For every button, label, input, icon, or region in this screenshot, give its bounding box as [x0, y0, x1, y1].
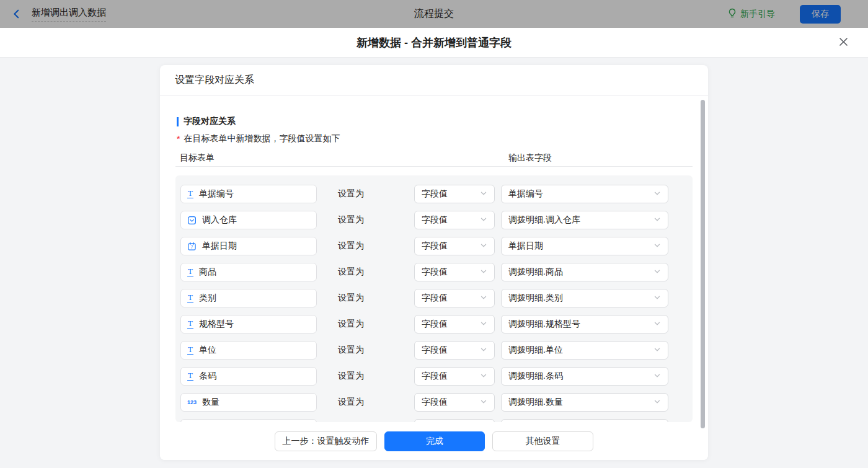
- chevron-down-icon: [653, 267, 661, 278]
- field-mapping-row: T 规格型号 设置为 字段值 调拨明细.规格型号: [180, 315, 693, 333]
- text-field-icon: T: [187, 294, 193, 302]
- section-marker: [177, 117, 179, 126]
- set-as-label: 设置为: [338, 267, 414, 278]
- chevron-down-icon: [653, 319, 661, 330]
- target-field-chip: 调入仓库: [180, 211, 317, 229]
- add-data-modal: 新增数据 - 合并新增到普通字段 设置字段对应关系 字段对应关系 * 在目标表单…: [0, 28, 868, 468]
- prev-step-button[interactable]: 上一步：设置触发动作: [275, 431, 377, 451]
- set-as-label: 设置为: [338, 397, 414, 408]
- chevron-down-icon: [653, 188, 661, 200]
- svg-text:7: 7: [191, 245, 193, 249]
- value-mode-selected: 字段值: [422, 319, 448, 330]
- value-mode-select[interactable]: 字段值: [414, 185, 495, 203]
- field-mapping-row: T 单位 设置为 字段值 调拨明细.单位: [180, 341, 693, 360]
- hint-text: 在目标表单中新增数据，字段值设置如下: [184, 133, 340, 144]
- value-mode-select[interactable]: 字段值: [414, 289, 495, 307]
- value-mode-select[interactable]: 字段值: [414, 341, 495, 360]
- rows-container: T 单据编号 设置为 字段值 单据编号: [175, 175, 693, 422]
- column-headers: 目标表单 输出表字段: [175, 152, 693, 162]
- section-head: 字段对应关系: [177, 117, 693, 126]
- field-mapping-row: 7 单据日期 设置为 字段值 单据日期: [180, 237, 693, 255]
- target-field-chip: 7 单据日期: [180, 237, 317, 255]
- output-field-selected: 调拨明细.调入仓库: [508, 214, 580, 226]
- chevron-down-icon: [480, 397, 487, 408]
- other-settings-button[interactable]: 其他设置: [492, 431, 593, 451]
- chevron-down-icon: [653, 214, 661, 226]
- output-field-selected: 调拨明细.单位: [508, 345, 563, 356]
- set-as-label: 设置为: [338, 345, 414, 356]
- target-field-chip: T 单据编号: [180, 185, 317, 203]
- output-field-selected: 调拨明细.数量: [508, 397, 563, 408]
- target-field-chip: T 单位: [180, 341, 317, 360]
- done-button[interactable]: 完成: [384, 431, 485, 451]
- target-field-chip: [180, 419, 317, 422]
- target-field-label: 调入仓库: [202, 214, 237, 226]
- value-mode-select[interactable]: 字段值: [414, 393, 495, 412]
- value-mode-select[interactable]: 字段值: [414, 315, 495, 333]
- beginner-guide-button[interactable]: 新手引导: [727, 8, 775, 20]
- chevron-down-icon: [480, 319, 487, 330]
- card-footer: 上一步：设置触发动作 完成 其他设置: [160, 422, 708, 460]
- output-field-select[interactable]: 调拨明细.商品: [501, 263, 668, 281]
- output-field-select[interactable]: 调拨明细.调入仓库: [501, 211, 668, 229]
- value-mode-select[interactable]: 字段值: [414, 367, 495, 386]
- value-mode-selected: 字段值: [422, 345, 448, 356]
- field-mapping-row: 调入仓库 设置为 字段值 调拨明细.调入仓库: [180, 211, 693, 229]
- target-field-chip: T 条码: [180, 367, 317, 386]
- set-as-label: 设置为: [338, 371, 414, 382]
- column-header-target-form: 目标表单: [180, 152, 215, 164]
- column-header-output-field: 输出表字段: [508, 152, 552, 164]
- date-field-icon: 7: [187, 242, 197, 251]
- required-asterisk: *: [177, 134, 180, 144]
- field-mapping-row: T 商品 设置为 字段值 调拨明细.商品: [180, 263, 693, 281]
- target-field-chip: 123 数量: [180, 393, 317, 412]
- target-field-label: 类别: [199, 293, 216, 304]
- output-field-selected: 调拨明细.商品: [508, 267, 563, 278]
- section-title: 字段对应关系: [184, 116, 236, 127]
- card-header-title: 设置字段对应关系: [160, 65, 708, 96]
- chevron-down-icon: [480, 293, 487, 304]
- beginner-guide-label: 新手引导: [740, 9, 775, 20]
- text-field-icon: T: [187, 372, 193, 381]
- output-field-select[interactable]: 调拨明细.条码: [501, 367, 668, 386]
- card-body: 字段对应关系 * 在目标表单中新增数据，字段值设置如下 目标表单 输出表字段 T…: [160, 117, 708, 422]
- output-field-select[interactable]: 单据编号: [501, 185, 668, 203]
- card-scrollbar-thumb[interactable]: [701, 100, 705, 428]
- output-field-select[interactable]: 调拨明细.规格型号: [501, 315, 668, 333]
- output-field-select[interactable]: 调拨明细.数量: [501, 393, 668, 412]
- set-as-label: 设置为: [338, 214, 414, 226]
- chevron-down-icon: [480, 241, 487, 252]
- set-as-label: 设置为: [338, 319, 414, 330]
- output-field-selected: 调拨明细.类别: [508, 293, 563, 304]
- chevron-down-icon: [480, 267, 487, 278]
- field-mapping-card: 设置字段对应关系 字段对应关系 * 在目标表单中新增数据，字段值设置如下 目标表…: [160, 65, 708, 460]
- topbar: 新增调出调入数据 流程提交 新手引导 保存: [0, 0, 868, 28]
- save-button[interactable]: 保存: [800, 5, 841, 24]
- value-mode-select[interactable]: [414, 419, 495, 422]
- chevron-down-icon: [653, 345, 661, 356]
- target-field-chip: T 类别: [180, 289, 317, 307]
- value-mode-selected: 字段值: [422, 293, 448, 304]
- value-mode-select[interactable]: 字段值: [414, 211, 495, 229]
- set-as-label: 设置为: [338, 188, 414, 200]
- value-mode-selected: 字段值: [422, 267, 448, 278]
- output-field-select[interactable]: 调拨明细.类别: [501, 289, 668, 307]
- field-mapping-row: T 类别 设置为 字段值 调拨明细.类别: [180, 289, 693, 307]
- text-field-icon: T: [187, 320, 193, 329]
- output-field-select[interactable]: 调拨明细.单位: [501, 341, 668, 360]
- output-field-select[interactable]: 单据日期: [501, 237, 668, 255]
- value-mode-select[interactable]: 字段值: [414, 237, 495, 255]
- target-field-label: 单据编号: [199, 188, 234, 200]
- output-field-select[interactable]: [501, 419, 668, 422]
- output-field-selected: 调拨明细.规格型号: [508, 319, 580, 330]
- set-as-label: 设置为: [338, 293, 414, 304]
- chevron-down-icon: [480, 345, 487, 356]
- value-mode-selected: 字段值: [422, 214, 448, 226]
- field-mapping-row: T 条码 设置为 字段值 调拨明细.条码: [180, 367, 693, 386]
- chevron-down-icon: [653, 293, 661, 304]
- close-icon: [838, 37, 849, 49]
- modal-title: 新增数据 - 合并新增到普通字段: [356, 35, 512, 50]
- value-mode-select[interactable]: 字段值: [414, 263, 495, 281]
- target-field-label: 单据日期: [202, 241, 237, 252]
- close-button[interactable]: [833, 28, 853, 58]
